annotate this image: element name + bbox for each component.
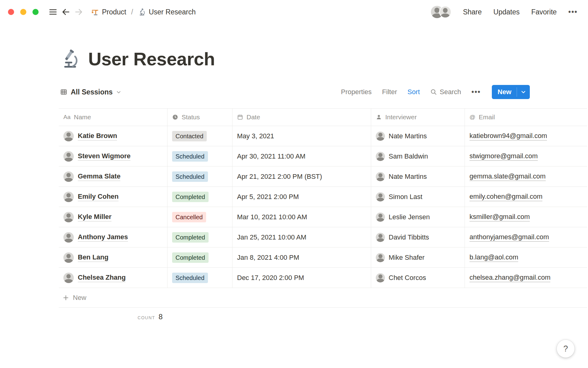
email-cell[interactable]: katiebrown94@gmail.com bbox=[465, 126, 587, 146]
email-cell[interactable]: stwigmore@gmail.com bbox=[465, 146, 587, 166]
person-name-link[interactable]: Emily Cohen bbox=[78, 193, 119, 201]
table-view-icon bbox=[60, 88, 67, 96]
date-cell[interactable]: Jan 25, 2021 10:00 AM bbox=[232, 227, 371, 247]
interviewer-cell[interactable]: Chet Corcos bbox=[371, 268, 465, 288]
email-cell[interactable]: chelsea.zhang@gmail.com bbox=[465, 268, 587, 288]
interviewer-name: Simon Last bbox=[389, 193, 422, 201]
search-button[interactable]: Search bbox=[430, 88, 461, 96]
name-cell[interactable]: Emily Cohen bbox=[59, 187, 168, 207]
email-link[interactable]: b.lang@aol.com bbox=[469, 253, 518, 262]
collaborator-avatars[interactable] bbox=[431, 6, 451, 18]
interviewer-cell[interactable]: Nate Martins bbox=[371, 167, 465, 186]
microscope-icon[interactable] bbox=[60, 49, 80, 69]
column-header-date[interactable]: Date bbox=[232, 109, 371, 126]
breadcrumb-current-label: User Research bbox=[149, 8, 196, 16]
date-cell[interactable]: May 3, 2021 bbox=[232, 126, 371, 146]
date-cell[interactable]: Dec 17, 2020 2:00 PM bbox=[232, 268, 371, 288]
email-link[interactable]: gemma.slate@gmail.com bbox=[469, 172, 546, 181]
updates-button[interactable]: Updates bbox=[493, 8, 520, 16]
properties-button[interactable]: Properties bbox=[341, 88, 371, 96]
name-cell[interactable]: Kyle Miller bbox=[59, 207, 168, 227]
view-more-button[interactable]: ••• bbox=[472, 88, 481, 96]
interviewer-cell[interactable]: David Tibbitts bbox=[371, 227, 465, 247]
email-link[interactable]: chelsea.zhang@gmail.com bbox=[469, 274, 550, 282]
status-cell[interactable]: Scheduled bbox=[168, 268, 232, 288]
new-button[interactable]: New bbox=[492, 85, 517, 99]
email-link[interactable]: emily.cohen@gmail.com bbox=[469, 193, 542, 201]
column-label: Interviewer bbox=[385, 113, 417, 121]
date-cell[interactable]: Jan 8, 2021 4:00 PM bbox=[232, 247, 371, 267]
name-cell[interactable]: Katie Brown bbox=[59, 126, 168, 146]
person-name-link[interactable]: Ben Lang bbox=[78, 253, 108, 262]
interviewer-cell[interactable]: Simon Last bbox=[371, 187, 465, 207]
person-name-link[interactable]: Katie Brown bbox=[78, 132, 117, 140]
email-cell[interactable]: ksmiller@gmail.com bbox=[465, 207, 587, 227]
new-row-button[interactable]: New bbox=[59, 288, 587, 308]
name-cell[interactable]: Chelsea Zhang bbox=[59, 268, 168, 288]
more-options-button[interactable]: ••• bbox=[568, 8, 578, 16]
email-cell[interactable]: emily.cohen@gmail.com bbox=[465, 187, 587, 207]
filter-button[interactable]: Filter bbox=[382, 88, 397, 96]
table-row: Steven Wigmore Scheduled Apr 30, 2021 11… bbox=[59, 146, 587, 167]
back-button[interactable] bbox=[59, 6, 72, 18]
column-header-status[interactable]: Status bbox=[168, 109, 232, 126]
new-dropdown-button[interactable] bbox=[517, 85, 530, 99]
person-name-link[interactable]: Chelsea Zhang bbox=[78, 274, 126, 282]
interviewer-cell[interactable]: Leslie Jensen bbox=[371, 207, 465, 227]
person-name-link[interactable]: Kyle Miller bbox=[78, 213, 111, 221]
status-cell[interactable]: Contacted bbox=[168, 126, 232, 146]
name-cell[interactable]: Ben Lang bbox=[59, 247, 168, 267]
help-button[interactable]: ? bbox=[557, 340, 575, 358]
column-header-name[interactable]: Aa Name bbox=[59, 109, 168, 126]
calendar-icon bbox=[237, 114, 243, 120]
name-cell[interactable]: Anthony James bbox=[59, 227, 168, 247]
person-name-link[interactable]: Steven Wigmore bbox=[78, 152, 130, 161]
date-cell[interactable]: Apr 5, 2021 2:00 PM bbox=[232, 187, 371, 207]
column-header-interviewer[interactable]: Interviewer bbox=[371, 109, 465, 126]
sidebar-toggle-button[interactable] bbox=[47, 6, 59, 18]
breadcrumb-product[interactable]: Product bbox=[89, 6, 129, 18]
status-cell[interactable]: Scheduled bbox=[168, 167, 232, 186]
view-switcher[interactable]: All Sessions bbox=[58, 86, 124, 98]
minimize-window-button[interactable] bbox=[20, 9, 26, 15]
status-cell[interactable]: Scheduled bbox=[168, 146, 232, 166]
search-label: Search bbox=[440, 88, 461, 96]
count-footer[interactable]: COUNT 8 bbox=[59, 308, 168, 321]
status-cell[interactable]: Completed bbox=[168, 227, 232, 247]
hamburger-icon bbox=[48, 7, 58, 17]
column-header-email[interactable]: @ Email bbox=[465, 109, 587, 126]
person-name-link[interactable]: Gemma Slate bbox=[78, 172, 120, 181]
date-cell[interactable]: Apr 30, 2021 11:00 AM bbox=[232, 146, 371, 166]
email-link[interactable]: ksmiller@gmail.com bbox=[469, 213, 530, 221]
person-name-link[interactable]: Anthony James bbox=[78, 233, 128, 242]
favorite-button[interactable]: Favorite bbox=[531, 8, 557, 16]
date-cell[interactable]: Mar 10, 2021 10:00 AM bbox=[232, 207, 371, 227]
close-window-button[interactable] bbox=[8, 9, 14, 15]
interviewer-cell[interactable]: Mike Shafer bbox=[371, 247, 465, 267]
breadcrumb-product-label: Product bbox=[102, 8, 126, 16]
date-cell[interactable]: Apr 21, 2021 2:00 PM (BST) bbox=[232, 167, 371, 186]
name-cell[interactable]: Steven Wigmore bbox=[59, 146, 168, 166]
zoom-window-button[interactable] bbox=[32, 9, 39, 15]
email-link[interactable]: stwigmore@gmail.com bbox=[469, 152, 538, 161]
email-cell[interactable]: gemma.slate@gmail.com bbox=[465, 167, 587, 186]
avatar bbox=[376, 152, 385, 161]
table-row: Gemma Slate Scheduled Apr 21, 2021 2:00 … bbox=[59, 167, 587, 187]
email-cell[interactable]: anthonyjames@gmail.com bbox=[465, 227, 587, 247]
breadcrumb-user-research[interactable]: User Research bbox=[136, 6, 198, 18]
table-row: Ben Lang Completed Jan 8, 2021 4:00 PM M… bbox=[59, 247, 587, 268]
sort-button[interactable]: Sort bbox=[408, 88, 420, 96]
email-cell[interactable]: b.lang@aol.com bbox=[465, 247, 587, 267]
share-button[interactable]: Share bbox=[463, 8, 482, 16]
name-cell[interactable]: Gemma Slate bbox=[59, 167, 168, 186]
email-link[interactable]: katiebrown94@gmail.com bbox=[469, 132, 547, 140]
forward-button[interactable] bbox=[72, 6, 85, 18]
avatar bbox=[63, 273, 74, 283]
interviewer-cell[interactable]: Sam Baldwin bbox=[371, 146, 465, 166]
status-cell[interactable]: Completed bbox=[168, 247, 232, 267]
chevron-down-icon bbox=[521, 89, 526, 95]
interviewer-cell[interactable]: Nate Martins bbox=[371, 126, 465, 146]
status-cell[interactable]: Completed bbox=[168, 187, 232, 207]
email-link[interactable]: anthonyjames@gmail.com bbox=[469, 233, 549, 242]
status-cell[interactable]: Cancelled bbox=[168, 207, 232, 227]
